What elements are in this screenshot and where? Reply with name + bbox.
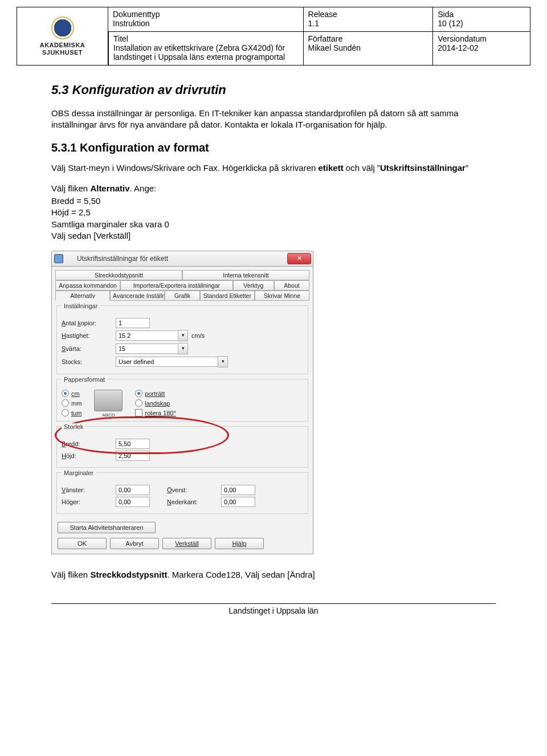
bredd-input[interactable] [116,439,150,449]
radio-mm[interactable]: mm [62,399,81,407]
hdr-sida: Sida 10 (12) [432,7,530,31]
tab-about[interactable]: About [274,280,309,291]
tab-skrivar-minne[interactable]: Skrivar Minne [255,291,309,301]
tab-interna-tekensnitt[interactable]: Interna tekensnitt [182,270,309,280]
tab-importera-exportera[interactable]: Importera/Exportera inställningar [120,280,232,291]
overst-input[interactable] [221,485,255,495]
chevron-down-icon[interactable]: ▾ [218,356,228,367]
release-value: 1.1 [308,19,428,28]
stocks-dropdown[interactable]: ▾ [116,356,228,367]
tab-grafik[interactable]: Grafik [165,291,200,301]
tab-streckkodstypsnitt[interactable]: Streckkodstypsnitt [55,270,182,280]
tab-row-mid: Anpassa kommandon Importera/Exportera in… [55,280,309,291]
p2a: Välj Start-meyn i Windows/Skrivare och F… [51,163,319,173]
printer-icon [54,254,63,263]
radio-tum[interactable]: tum [62,409,81,416]
p2c: och välj ” [344,163,380,173]
logo-emblem-icon [51,17,74,39]
verkstall-button[interactable]: Verkställ [162,538,211,549]
group-installningar: Inställningar Antal kopior: Hastighet: ▾… [56,305,308,374]
hdr-release: Release 1.1 [303,7,433,31]
dialog-titlebar[interactable]: Utskriftsinställningar för etikett ✕ [51,251,313,266]
radio-cm[interactable]: cm [62,390,81,397]
radio-cm-label: cm [71,390,80,397]
hjalp-label: Hjälp [232,540,246,547]
group-storlek: Storlek Bredd: Höjd: [56,426,308,468]
heading-5-3-1: 5.3.1 Konfiguration av format [51,141,496,154]
check-rotera[interactable]: rotera 180° [135,409,176,416]
p3a: Välj fliken [51,183,90,193]
starta-aktivitetshanteraren-button[interactable]: Starta Aktivitetshanteraren [58,522,156,533]
ok-button[interactable]: OK [58,538,107,549]
group-storlek-title: Storlek [62,423,85,430]
p3b: Alternativ [90,183,129,193]
para-verkstall: Välj sedan [Verkställ] [51,230,496,242]
p2e: ” [466,163,468,173]
bredd-label: Bredd: [62,440,116,447]
para-obs: OBS dessa inställningar är personliga. E… [51,108,496,131]
hdr-versionsdatum: Versiondatum 2014-12-02 [432,31,530,65]
release-label: Release [308,10,428,19]
vanster-label: Vänster: [62,487,116,493]
hastighet-label: Hastighet: [62,332,116,339]
group-pappersformat-title: Pappersformat [62,376,107,383]
stocks-input[interactable] [116,357,218,367]
hastighet-dropdown[interactable]: ▾ [116,330,188,341]
printer-preview-icon [94,390,123,411]
main-content: 5.3 Konfiguration av drivrutin OBS dessa… [51,83,496,581]
forfattare-label: Författare [308,34,428,43]
hoger-input[interactable] [116,497,150,507]
p8b: Streckkodstypsnitt [90,570,167,579]
radio-tum-label: tum [71,410,81,416]
document-header: AKADEMISKA SJUKHUSET Dokumenttyp Instruk… [17,7,530,66]
group-installningar-title: Inställningar [62,303,100,309]
svarta-dropdown[interactable]: ▾ [116,343,188,354]
heading-5-3: 5.3 Konfiguration av drivrutin [51,83,496,97]
p2d: Utskriftsinställningar [380,163,466,173]
hjalp-button[interactable]: Hjälp [215,538,264,549]
tab-avancerade[interactable]: Avancerade Inställningar [110,291,165,301]
chevron-down-icon[interactable]: ▾ [178,330,188,341]
close-button[interactable]: ✕ [287,253,311,264]
hastighet-input[interactable] [116,330,178,341]
para-hojd: Höjd = 2,5 [51,207,496,218]
para-marginaler: Samtliga marginaler ska vara 0 [51,219,496,230]
titel-value: Installation av etikettskrivare (Zebra G… [113,43,299,62]
sida-label: Sida [438,10,525,19]
antal-kopior-label: Antal kopior: [62,320,116,326]
radio-portratt[interactable]: porträtt [135,390,176,397]
tab-verktyg[interactable]: Verktyg [233,280,274,291]
hojd-label: Höjd: [62,452,116,459]
tab-anpassa-kommandon[interactable]: Anpassa kommandon [55,280,120,291]
svarta-input[interactable] [116,344,178,354]
org-logo: AKADEMISKA SJUKHUSET [17,7,108,65]
radio-icon [62,390,69,397]
para-streckkodstypsnitt: Välj fliken Streckkodstypsnitt. Markera … [51,569,496,581]
tab-standard-etiketter[interactable]: Standard Etiketter [200,291,255,301]
hoger-label: Höger: [62,498,116,505]
nederkant-input[interactable] [221,497,255,507]
print-settings-dialog: Utskriftsinställningar för etikett ✕ Str… [51,251,313,554]
tab-alternativ[interactable]: Alternativ [55,291,110,301]
check-rotera-label: rotera 180° [145,410,176,416]
p2b: etikett [319,163,344,173]
vanster-input[interactable] [116,485,150,495]
footer-divider [51,603,496,604]
hojd-input[interactable] [116,451,150,461]
antal-kopior-input[interactable] [116,318,150,328]
nederkant-label: Nederkant: [167,498,221,505]
dialog-button-row-2: OK Avbryt Verkställ Hjälp [55,534,309,550]
avbryt-button[interactable]: Avbryt [110,538,159,549]
dialog-button-row: Starta Aktivitetshanteraren [55,518,309,534]
page-footer: Landstinget i Uppsala län [0,606,547,615]
titel-label: Titel [113,34,299,43]
group-pappersformat: Pappersformat cm mm tum porträtt landska… [56,379,308,422]
group-marginaler-title: Marginaler [62,469,96,476]
overst-label: Överst: [167,487,221,493]
hdr-dokumenttyp: Dokumenttyp Instruktion [108,7,303,31]
radio-landskap-label: landskap [145,400,170,407]
tab-row-top: Streckkodstypsnitt Interna tekensnitt [55,270,309,280]
radio-landskap[interactable]: landskap [135,399,176,407]
chevron-down-icon[interactable]: ▾ [178,343,188,354]
radio-icon [135,390,142,397]
